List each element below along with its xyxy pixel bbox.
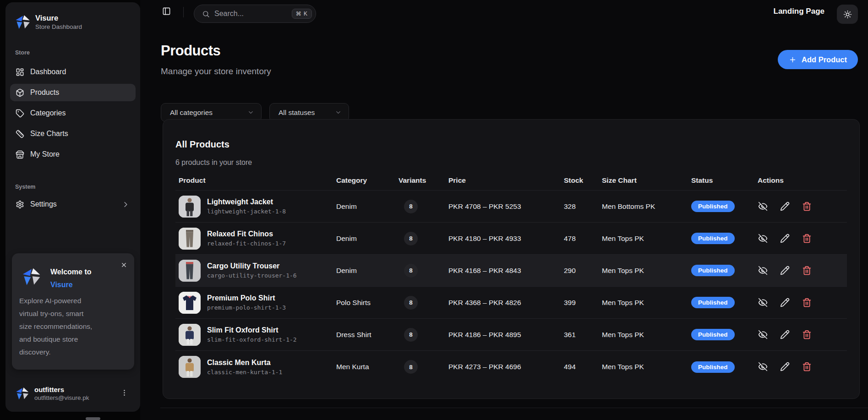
toggle-visibility-button[interactable]: [758, 362, 768, 372]
product-price: PKR 4273 – PKR 4696: [448, 363, 564, 371]
trash-icon: [802, 234, 812, 243]
sidebar: Visure Store Dashboard Store Dashboard P…: [5, 2, 140, 412]
horizontal-scrollbar-thumb[interactable]: [86, 417, 100, 420]
edit-product-button[interactable]: [780, 234, 790, 244]
variants-badge: 8: [404, 232, 418, 245]
sidebar-item-label: Dashboard: [30, 68, 66, 76]
search-icon: [202, 10, 210, 18]
product-slug: relaxed-fit-chinos-1-7: [207, 240, 286, 247]
product-category: Dress Shirt: [336, 331, 399, 339]
sidebar-item-categories[interactable]: Categories: [10, 104, 136, 122]
panel-left-icon: [162, 7, 171, 16]
delete-product-button[interactable]: [802, 202, 812, 212]
column-header-size-chart: Size Chart: [602, 176, 691, 185]
page-subtitle: Manage your store inventory: [161, 66, 271, 76]
store-icon: [16, 150, 24, 159]
delete-product-button[interactable]: [802, 266, 812, 276]
edit-product-button[interactable]: [780, 202, 790, 212]
sidebar-item-settings[interactable]: Settings: [10, 196, 136, 213]
product-stock: 478: [564, 235, 602, 243]
product-price: PKR 4168 – PKR 4843: [448, 267, 564, 275]
sidebar-toggle-button[interactable]: [159, 5, 174, 19]
brand-name: Visure: [35, 14, 82, 22]
product-stock: 290: [564, 267, 602, 275]
table-row: Cargo Utility Trouser cargo-utility-trou…: [175, 255, 847, 287]
pencil-icon: [780, 298, 790, 307]
table-header-row: Product Category Variants Price Stock Si…: [175, 170, 847, 191]
product-category: Polo Shirts: [336, 299, 399, 307]
column-header-variants: Variants: [399, 176, 448, 185]
sidebar-item-label: Size Charts: [30, 130, 68, 138]
welcome-close-button[interactable]: [119, 261, 129, 271]
landing-page-link[interactable]: Landing Page: [774, 7, 824, 16]
sidebar-item-products[interactable]: Products: [10, 84, 136, 101]
status-badge: Published: [691, 297, 735, 308]
sidebar-item-my-store[interactable]: My Store: [10, 146, 136, 163]
table-row: Classic Men Kurta classic-men-kurta-1-1 …: [175, 351, 847, 383]
trash-icon: [802, 362, 812, 371]
toggle-visibility-button[interactable]: [758, 298, 768, 308]
package-icon: [16, 88, 24, 97]
column-header-actions: Actions: [755, 176, 847, 185]
delete-product-button[interactable]: [802, 298, 812, 308]
sidebar-item-label: Categories: [30, 109, 66, 117]
chevron-down-icon: [247, 109, 254, 116]
sidebar-item-dashboard[interactable]: Dashboard: [10, 63, 136, 81]
toggle-visibility-button[interactable]: [758, 234, 768, 244]
toggle-visibility-button[interactable]: [758, 266, 768, 276]
user-menu[interactable]: outfitters outfitters@visure.pk: [12, 381, 134, 406]
edit-product-button[interactable]: [780, 266, 790, 276]
tag-icon: [16, 109, 24, 118]
search-input[interactable]: [214, 10, 287, 18]
product-stock: 361: [564, 331, 602, 339]
card-subtitle: 6 products in your store: [175, 158, 252, 167]
delete-product-button[interactable]: [802, 362, 812, 372]
user-menu-button[interactable]: [118, 387, 130, 399]
chevron-down-icon: [335, 109, 342, 116]
product-size-chart: Men Tops PK: [602, 331, 691, 339]
product-category: Denim: [336, 267, 399, 275]
add-product-label: Add Product: [802, 55, 847, 64]
sun-icon: [843, 10, 852, 19]
product-price: PKR 4186 – PKR 4895: [448, 331, 564, 339]
delete-product-button[interactable]: [802, 330, 812, 340]
welcome-body: Explore AI-powered virtual try-ons, smar…: [19, 295, 111, 359]
user-name: outfitters: [34, 386, 89, 394]
sidebar-item-size-charts[interactable]: Size Charts: [10, 125, 136, 142]
pencil-icon: [780, 202, 790, 211]
product-size-chart: Men Tops PK: [602, 299, 691, 307]
main-content: ⌘ K Landing Page Products Manage your st…: [140, 0, 868, 420]
theme-toggle-button[interactable]: [837, 5, 858, 24]
products-table: Product Category Variants Price Stock Si…: [175, 170, 847, 383]
variants-badge: 8: [404, 328, 418, 342]
eye-off-icon: [758, 234, 768, 243]
eye-off-icon: [758, 202, 768, 211]
eye-off-icon: [758, 330, 768, 339]
edit-product-button[interactable]: [780, 330, 790, 340]
product-name: Slim Fit Oxford Shirt: [207, 326, 297, 334]
topbar-divider: [183, 7, 184, 17]
toggle-visibility-button[interactable]: [758, 330, 768, 340]
status-badge: Published: [691, 265, 735, 276]
product-category: Denim: [336, 235, 399, 243]
system-nav: Settings: [10, 196, 136, 216]
delete-product-button[interactable]: [802, 234, 812, 244]
visure-logo-icon: [22, 267, 41, 286]
edit-product-button[interactable]: [780, 362, 790, 372]
variants-badge: 8: [404, 360, 418, 374]
brand-subtitle: Store Dashboard: [35, 23, 82, 30]
column-header-status: Status: [691, 176, 755, 185]
product-name: Cargo Utility Trouser: [207, 262, 297, 270]
column-header-product: Product: [175, 176, 336, 185]
edit-product-button[interactable]: [780, 298, 790, 308]
search-shortcut-badge: ⌘ K: [292, 9, 312, 19]
product-size-chart: Men Tops PK: [602, 235, 691, 243]
add-product-button[interactable]: Add Product: [778, 50, 858, 69]
search-bar[interactable]: ⌘ K: [194, 5, 316, 23]
product-slug: premium-polo-shirt-1-3: [207, 304, 286, 311]
product-name: Lightweight Jacket: [207, 198, 286, 206]
close-icon: [120, 262, 127, 268]
eye-off-icon: [758, 298, 768, 307]
toggle-visibility-button[interactable]: [758, 202, 768, 212]
variants-badge: 8: [404, 200, 418, 213]
